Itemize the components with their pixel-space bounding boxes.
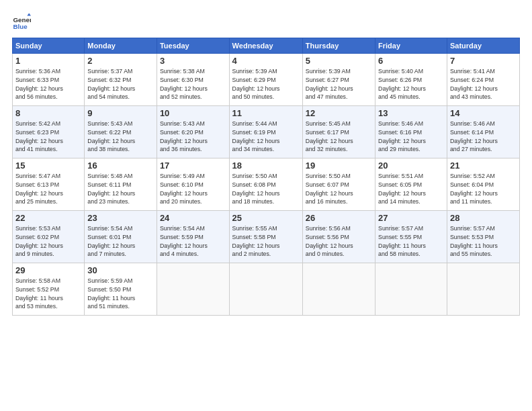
calendar-cell: 3Sunrise: 5:38 AM Sunset: 6:30 PM Daylig… bbox=[157, 54, 229, 106]
day-number: 2 bbox=[87, 56, 154, 66]
day-info: Sunrise: 5:37 AM Sunset: 6:32 PM Dayligh… bbox=[87, 67, 154, 101]
day-info: Sunrise: 5:43 AM Sunset: 6:20 PM Dayligh… bbox=[160, 120, 226, 154]
day-number: 9 bbox=[87, 108, 154, 118]
day-info: Sunrise: 5:49 AM Sunset: 6:10 PM Dayligh… bbox=[160, 172, 226, 206]
day-info: Sunrise: 5:40 AM Sunset: 6:26 PM Dayligh… bbox=[378, 67, 444, 101]
day-number: 21 bbox=[450, 161, 517, 171]
day-info: Sunrise: 5:53 AM Sunset: 6:02 PM Dayligh… bbox=[15, 224, 81, 259]
calendar-cell: 23Sunrise: 5:54 AM Sunset: 6:01 PM Dayli… bbox=[85, 211, 157, 263]
calendar-cell bbox=[157, 263, 229, 316]
day-number: 23 bbox=[87, 213, 154, 223]
day-info: Sunrise: 5:46 AM Sunset: 6:14 PM Dayligh… bbox=[450, 120, 517, 154]
day-number: 15 bbox=[15, 161, 81, 171]
day-number: 22 bbox=[15, 213, 81, 223]
col-header-sunday: Sunday bbox=[13, 38, 85, 54]
day-number: 3 bbox=[160, 56, 226, 66]
day-number: 28 bbox=[450, 213, 517, 223]
calendar-cell: 22Sunrise: 5:53 AM Sunset: 6:02 PM Dayli… bbox=[13, 211, 85, 263]
day-info: Sunrise: 5:50 AM Sunset: 6:07 PM Dayligh… bbox=[306, 172, 372, 206]
day-number: 10 bbox=[160, 108, 226, 118]
calendar-cell: 30Sunrise: 5:59 AM Sunset: 5:50 PM Dayli… bbox=[85, 263, 157, 316]
svg-text:Blue: Blue bbox=[13, 23, 28, 30]
svg-marker-2 bbox=[27, 13, 31, 15]
day-number: 19 bbox=[306, 161, 372, 171]
day-info: Sunrise: 5:38 AM Sunset: 6:30 PM Dayligh… bbox=[160, 67, 226, 101]
day-info: Sunrise: 5:41 AM Sunset: 6:24 PM Dayligh… bbox=[450, 67, 517, 101]
col-header-tuesday: Tuesday bbox=[157, 38, 229, 54]
calendar-cell: 9Sunrise: 5:43 AM Sunset: 6:22 PM Daylig… bbox=[85, 106, 157, 158]
col-header-friday: Friday bbox=[375, 38, 447, 54]
logo-icon: General Blue bbox=[12, 12, 31, 31]
day-number: 6 bbox=[378, 56, 444, 66]
day-info: Sunrise: 5:39 AM Sunset: 6:29 PM Dayligh… bbox=[232, 67, 300, 101]
day-number: 14 bbox=[450, 108, 517, 118]
col-header-thursday: Thursday bbox=[302, 38, 375, 54]
day-number: 11 bbox=[232, 108, 300, 118]
day-number: 7 bbox=[450, 56, 517, 66]
calendar-cell: 26Sunrise: 5:56 AM Sunset: 5:56 PM Dayli… bbox=[302, 211, 375, 263]
day-number: 29 bbox=[15, 265, 81, 275]
day-number: 12 bbox=[306, 108, 372, 118]
calendar-cell: 14Sunrise: 5:46 AM Sunset: 6:14 PM Dayli… bbox=[447, 106, 519, 158]
calendar-cell: 17Sunrise: 5:49 AM Sunset: 6:10 PM Dayli… bbox=[157, 158, 229, 211]
calendar-cell bbox=[447, 263, 519, 316]
calendar-cell: 5Sunrise: 5:39 AM Sunset: 6:27 PM Daylig… bbox=[302, 54, 375, 106]
calendar-table: SundayMondayTuesdayWednesdayThursdayFrid… bbox=[12, 38, 520, 316]
calendar-cell: 28Sunrise: 5:57 AM Sunset: 5:53 PM Dayli… bbox=[447, 211, 519, 263]
calendar-cell: 25Sunrise: 5:55 AM Sunset: 5:58 PM Dayli… bbox=[229, 211, 302, 263]
day-info: Sunrise: 5:44 AM Sunset: 6:19 PM Dayligh… bbox=[232, 120, 300, 154]
calendar-cell: 16Sunrise: 5:48 AM Sunset: 6:11 PM Dayli… bbox=[85, 158, 157, 211]
calendar-cell: 8Sunrise: 5:42 AM Sunset: 6:23 PM Daylig… bbox=[13, 106, 85, 158]
day-info: Sunrise: 5:54 AM Sunset: 6:01 PM Dayligh… bbox=[87, 224, 154, 259]
day-info: Sunrise: 5:47 AM Sunset: 6:13 PM Dayligh… bbox=[15, 172, 81, 206]
calendar-cell: 11Sunrise: 5:44 AM Sunset: 6:19 PM Dayli… bbox=[229, 106, 302, 158]
day-info: Sunrise: 5:55 AM Sunset: 5:58 PM Dayligh… bbox=[232, 224, 300, 259]
logo: General Blue bbox=[12, 12, 31, 31]
calendar-cell: 19Sunrise: 5:50 AM Sunset: 6:07 PM Dayli… bbox=[302, 158, 375, 211]
header: General Blue bbox=[12, 12, 520, 31]
calendar-cell: 10Sunrise: 5:43 AM Sunset: 6:20 PM Dayli… bbox=[157, 106, 229, 158]
day-number: 8 bbox=[15, 108, 81, 118]
day-number: 20 bbox=[378, 161, 444, 171]
col-header-wednesday: Wednesday bbox=[229, 38, 302, 54]
day-number: 1 bbox=[15, 56, 81, 66]
day-number: 4 bbox=[232, 56, 300, 66]
day-number: 25 bbox=[232, 213, 300, 223]
calendar-cell: 7Sunrise: 5:41 AM Sunset: 6:24 PM Daylig… bbox=[447, 54, 519, 106]
calendar-cell bbox=[375, 263, 447, 316]
calendar-cell: 1Sunrise: 5:36 AM Sunset: 6:33 PM Daylig… bbox=[13, 54, 85, 106]
day-info: Sunrise: 5:50 AM Sunset: 6:08 PM Dayligh… bbox=[232, 172, 300, 206]
day-info: Sunrise: 5:39 AM Sunset: 6:27 PM Dayligh… bbox=[306, 67, 372, 101]
calendar-cell: 18Sunrise: 5:50 AM Sunset: 6:08 PM Dayli… bbox=[229, 158, 302, 211]
day-number: 26 bbox=[306, 213, 372, 223]
day-info: Sunrise: 5:46 AM Sunset: 6:16 PM Dayligh… bbox=[378, 120, 444, 154]
day-info: Sunrise: 5:54 AM Sunset: 5:59 PM Dayligh… bbox=[160, 224, 226, 259]
day-info: Sunrise: 5:59 AM Sunset: 5:50 PM Dayligh… bbox=[87, 277, 154, 311]
calendar-cell: 21Sunrise: 5:52 AM Sunset: 6:04 PM Dayli… bbox=[447, 158, 519, 211]
calendar-cell: 2Sunrise: 5:37 AM Sunset: 6:32 PM Daylig… bbox=[85, 54, 157, 106]
calendar-cell: 12Sunrise: 5:45 AM Sunset: 6:17 PM Dayli… bbox=[302, 106, 375, 158]
day-number: 27 bbox=[378, 213, 444, 223]
day-info: Sunrise: 5:57 AM Sunset: 5:53 PM Dayligh… bbox=[450, 224, 517, 259]
col-header-saturday: Saturday bbox=[447, 38, 519, 54]
calendar-cell: 15Sunrise: 5:47 AM Sunset: 6:13 PM Dayli… bbox=[13, 158, 85, 211]
day-number: 30 bbox=[87, 265, 154, 275]
calendar-cell: 27Sunrise: 5:57 AM Sunset: 5:55 PM Dayli… bbox=[375, 211, 447, 263]
calendar-cell: 4Sunrise: 5:39 AM Sunset: 6:29 PM Daylig… bbox=[229, 54, 302, 106]
day-info: Sunrise: 5:48 AM Sunset: 6:11 PM Dayligh… bbox=[87, 172, 154, 206]
day-info: Sunrise: 5:56 AM Sunset: 5:56 PM Dayligh… bbox=[306, 224, 372, 259]
day-number: 5 bbox=[306, 56, 372, 66]
day-info: Sunrise: 5:57 AM Sunset: 5:55 PM Dayligh… bbox=[378, 224, 444, 259]
calendar-cell bbox=[229, 263, 302, 316]
day-info: Sunrise: 5:52 AM Sunset: 6:04 PM Dayligh… bbox=[450, 172, 517, 206]
calendar-cell: 20Sunrise: 5:51 AM Sunset: 6:05 PM Dayli… bbox=[375, 158, 447, 211]
day-info: Sunrise: 5:42 AM Sunset: 6:23 PM Dayligh… bbox=[15, 120, 81, 154]
day-info: Sunrise: 5:43 AM Sunset: 6:22 PM Dayligh… bbox=[87, 120, 154, 154]
day-info: Sunrise: 5:45 AM Sunset: 6:17 PM Dayligh… bbox=[306, 120, 372, 154]
day-number: 18 bbox=[232, 161, 300, 171]
day-number: 16 bbox=[87, 161, 154, 171]
calendar-cell: 29Sunrise: 5:58 AM Sunset: 5:52 PM Dayli… bbox=[13, 263, 85, 316]
day-number: 24 bbox=[160, 213, 226, 223]
calendar-cell: 6Sunrise: 5:40 AM Sunset: 6:26 PM Daylig… bbox=[375, 54, 447, 106]
day-number: 13 bbox=[378, 108, 444, 118]
